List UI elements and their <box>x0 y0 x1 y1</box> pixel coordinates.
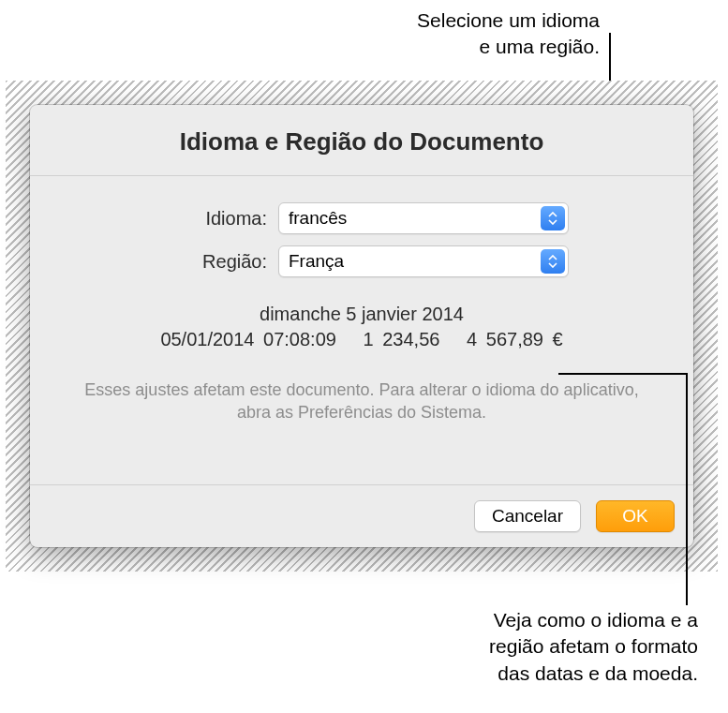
updown-icon <box>541 206 565 230</box>
cancel-button[interactable]: Cancelar <box>474 500 581 532</box>
callout-preview-explain: Veja como o idioma e aregião afetam o fo… <box>394 607 698 687</box>
callout-leader-line <box>558 373 688 375</box>
preview-line-2: 05/01/2014 07:08:09 1 234,56 4 567,89 € <box>67 329 656 350</box>
language-region-dialog: Idioma e Região do Documento Idioma: fra… <box>30 105 693 547</box>
language-select-value: francês <box>278 202 569 234</box>
language-select[interactable]: francês <box>278 202 569 234</box>
region-row: Região: França <box>67 245 656 277</box>
dialog-title: Idioma e Região do Documento <box>30 105 693 176</box>
language-label: Idioma: <box>67 208 278 230</box>
ok-button[interactable]: OK <box>596 500 675 532</box>
settings-note: Esses ajustes afetam este documento. Par… <box>67 379 656 424</box>
preview-number: 1 234,56 <box>364 329 440 349</box>
region-select-value: França <box>278 245 569 277</box>
preview-datetime: 05/01/2014 07:08:09 <box>160 329 336 349</box>
dialog-body: Idioma: francês Região: França <box>30 176 693 484</box>
language-row: Idioma: francês <box>67 202 656 234</box>
callout-select-language: Selecione um idiomae uma região. <box>319 7 600 61</box>
updown-icon <box>541 249 565 274</box>
region-select[interactable]: França <box>278 245 569 277</box>
callout-leader-line <box>686 373 688 605</box>
preview-long-date: dimanche 5 janvier 2014 <box>67 304 656 325</box>
format-preview: dimanche 5 janvier 2014 05/01/2014 07:08… <box>67 304 656 350</box>
screenshot-frame: Idioma e Região do Documento Idioma: fra… <box>6 81 718 572</box>
preview-currency: 4 567,89 € <box>467 329 563 349</box>
region-label: Região: <box>67 251 278 273</box>
dialog-footer: Cancelar OK <box>30 484 693 547</box>
